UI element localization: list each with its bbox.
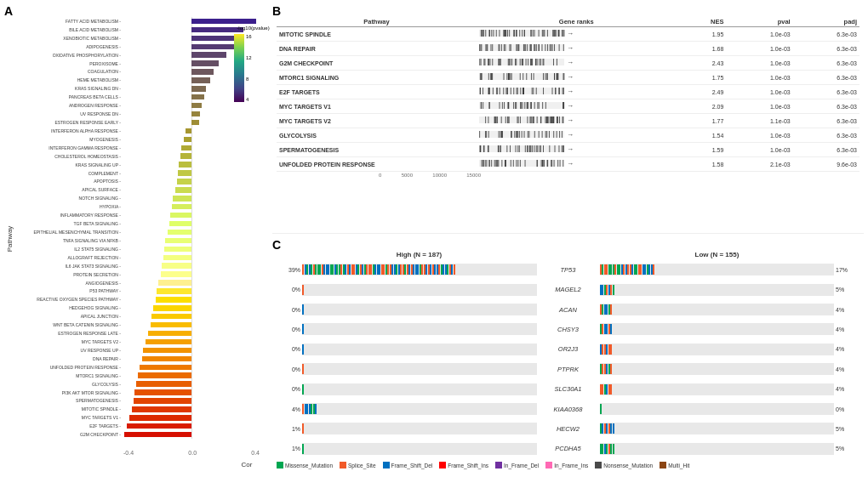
gsea-row: MTORC1 SIGNALING→1.751.0e-036.3e-03 (277, 71, 859, 85)
bar-row: NOTCH SIGNALING - (13, 194, 260, 202)
pval-cell: 1.0e-03 (726, 27, 792, 42)
bar-wrapper (123, 329, 260, 338)
zero-line (191, 430, 192, 439)
gene-name: OR2J3 (539, 345, 598, 353)
zero-line (191, 178, 192, 186)
pval-cell: 1.0e-03 (726, 85, 792, 99)
bar-row: CHOLESTEROL HOMEOSTASIS - (13, 152, 260, 161)
zero-line (191, 295, 192, 304)
low-bars (600, 264, 835, 275)
high-bars (302, 403, 537, 415)
bar-element (191, 103, 202, 108)
low-bars (600, 443, 835, 455)
bar-row: ANGIOGENESIS - (13, 279, 260, 287)
bar-wrapper (123, 405, 260, 413)
bar-wrapper (123, 127, 260, 135)
bar-label: PI3K AKT MTOR SIGNALING - (13, 390, 123, 395)
bar-wrapper (123, 228, 260, 236)
bar-element (191, 111, 200, 116)
pathway-cell: UNFOLDED PROTEIN RESPONSE (277, 157, 477, 172)
gene-name: SLC30A1 (539, 385, 598, 393)
bar-element (140, 365, 191, 370)
bar-element (127, 423, 191, 429)
bar-wrapper (123, 17, 260, 26)
panel-c: C High (N = 187) Low (N = 155) 39%TP5317… (272, 238, 864, 473)
bar-element (153, 305, 191, 310)
legend-label: Multi_Hit (668, 463, 689, 468)
bar-element (191, 94, 204, 99)
bar-element (138, 372, 191, 378)
pathway-cell: GLYCOLYSIS (277, 128, 477, 143)
bar-label: NOTCH SIGNALING - (13, 196, 123, 201)
bar-row: WNT BETA CATENIN SIGNALING - (13, 321, 260, 329)
bar-row: TGF BETA SIGNALING - (13, 219, 260, 228)
bar-element (170, 213, 191, 218)
panel-b-content: Pathway Gene ranks NES pval padj MITOTIC… (277, 17, 859, 229)
bar-element (164, 247, 191, 252)
bar-wrapper (123, 380, 260, 389)
color-legend: -log10(pvalue) 16 12 8 4 (234, 26, 272, 102)
bar-wrapper (123, 144, 260, 152)
bar-label: CHOLESTEROL HOMEOSTASIS - (13, 154, 123, 159)
bar-label: OXIDATIVE PHOSPHORYLATION - (13, 53, 123, 58)
legend-color-box (595, 462, 602, 468)
bar-chart: FATTY ACID METABOLISM -BILE ACID METABOL… (13, 17, 260, 439)
pct-low: 0% (836, 406, 859, 412)
legend-label: Missense_Mutation (285, 463, 333, 468)
pct-high: 0% (277, 287, 300, 292)
bar-wrapper (123, 287, 260, 296)
bar-row: DNA REPAIR - (13, 355, 260, 363)
bar-wrapper (123, 245, 260, 253)
svg-text:→: → (567, 160, 573, 168)
bar-label: MYC TARGETS V1 - (13, 415, 123, 420)
bar-row: HEDGEHOG SIGNALING - (13, 304, 260, 312)
bar-wrapper (123, 270, 260, 279)
nes-cell: 2.49 (677, 85, 727, 99)
gene-rank-axis: 0 5000 10000 15000 (379, 173, 481, 178)
panel-b: B Pathway Gene ranks NES pval padj MITOT… (272, 4, 864, 234)
bar-row: IL6 JAK STAT3 SIGNALING - (13, 262, 260, 270)
pval-cell: 1.0e-03 (726, 128, 792, 143)
bar-element (180, 153, 191, 158)
bar-label: PANCREAS BETA CELLS - (13, 94, 123, 99)
zero-line (191, 389, 192, 397)
bar-label: ESTROGEN RESPONSE LATE - (13, 331, 123, 336)
col-pathway: Pathway (277, 17, 477, 27)
bar-label: FATTY ACID METABOLISM - (13, 19, 123, 24)
pathway-cell: MITOTIC SPINDLE (277, 27, 477, 42)
low-bars (600, 323, 835, 335)
nes-cell: 1.68 (677, 42, 727, 56)
svg-text:→: → (567, 30, 573, 37)
bar-label: WNT BETA CATENIN SIGNALING - (13, 322, 123, 327)
bar-wrapper (123, 430, 260, 439)
nes-cell: 1.59 (677, 143, 727, 157)
bar-row: P53 PATHWAY - (13, 287, 260, 296)
legend-content: 16 12 8 4 (234, 34, 272, 102)
zero-line (191, 211, 192, 219)
pct-low: 5% (836, 287, 859, 292)
pct-low: 5% (836, 426, 859, 432)
pct-low: 4% (836, 386, 859, 392)
bar-wrapper (123, 321, 260, 329)
bar-row: PI3K AKT MTOR SIGNALING - (13, 389, 260, 397)
legend-label: Splice_Site (348, 463, 376, 468)
bar-label: PROTEIN SECRETION - (13, 272, 123, 277)
bar-label: ADIPOGENESIS - (13, 44, 123, 49)
pval-cell: 1.0e-03 (726, 99, 792, 114)
zero-line (191, 161, 192, 169)
bar-element (165, 238, 191, 243)
gene-name: KIAA0368 (539, 406, 598, 413)
legend-title: -log10(pvalue) (234, 26, 272, 31)
svg-text:→: → (567, 59, 573, 66)
bar-row: MYC TARGETS V1 - (13, 413, 260, 422)
bar-label: ALLOGRAFT REJECTION - (13, 255, 123, 260)
bar-wrapper (123, 279, 260, 287)
low-bars (600, 423, 835, 434)
bar-row: SPERMATOGENESIS - (13, 396, 260, 405)
rank-cell: → (477, 85, 677, 99)
zero-line (191, 321, 192, 329)
pathway-cell: DNA REPAIR (277, 42, 477, 56)
legend-label: Frame_Shift_Del (391, 463, 433, 468)
bar-wrapper (123, 202, 260, 211)
pathway-cell: MYC TARGETS V1 (277, 99, 477, 114)
